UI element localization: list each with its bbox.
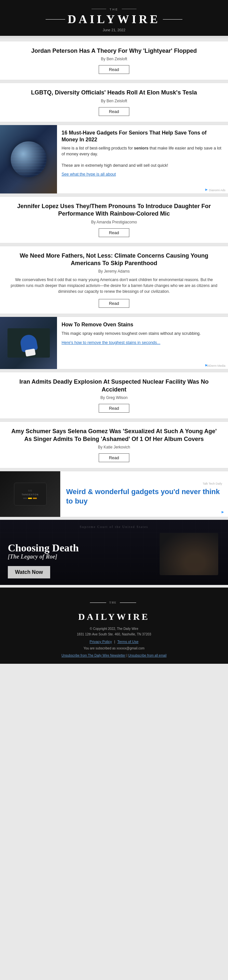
ad-banner-gadgets: SS TANGEXTON Talk Tech Daily Weird & won…: [0, 471, 228, 517]
article-card-2: LGBTQ, Diversity Officials' Heads Roll A…: [0, 83, 228, 122]
site-header: THE DAILYWIRE June 21, 2022: [0, 0, 228, 36]
footer-unsubscribe: Unsubscribe from The Daily Wire Newslett…: [10, 654, 218, 657]
ad-oven-image: [0, 317, 57, 369]
ad-oven-content: How To Remove Oven Stains This magic spr…: [57, 317, 228, 369]
ad-banner-content: Talk Tech Daily Weird & wonderful gadget…: [60, 471, 228, 517]
ad-banner-image: SS TANGEXTON: [0, 471, 60, 517]
gadget-sphere-shape: [11, 142, 46, 177]
article-2-title: LGBTQ, Diversity Officials' Heads Roll A…: [10, 89, 218, 96]
header-line-left: [91, 9, 106, 9]
article-4-title: We Need More Fathers, Not Less: Climate …: [10, 252, 218, 267]
ad-oven-title: How To Remove Oven Stains: [62, 321, 223, 328]
footer-logo: THE: [10, 597, 218, 608]
ad-oven-arrow: ►: [204, 363, 209, 368]
article-2-author: By Ben Zeisloft: [10, 99, 218, 103]
article-4-excerpt: We conservatives find it odd that so man…: [10, 277, 218, 294]
article-card-5: Iran Admits Deadly Explosion At Suspecte…: [0, 372, 228, 419]
ad-gadgets-label: Dianomi Ads: [209, 189, 225, 192]
article-5-title: Iran Admits Deadly Explosion At Suspecte…: [10, 378, 218, 393]
promo-bg-text: Supreme Court of the United States: [0, 525, 228, 528]
article-6-author: By Katie Jerkovich: [10, 445, 218, 449]
ad-card-oven: How To Remove Oven Stains This magic spr…: [0, 317, 228, 369]
article-5-read-button[interactable]: Read: [99, 404, 129, 413]
ad-gadgets-title: 16 Must-Have Gadgets For Seniors That He…: [62, 130, 223, 143]
article-card-1: Jordan Peterson Has A Theory For Why 'Li…: [0, 41, 228, 80]
port-1: [23, 498, 27, 499]
promo-content: Choosing Death [The Legacy of Roe] Watch…: [8, 542, 220, 578]
footer-links: Privacy Policy | Terms of Use: [10, 640, 218, 644]
site-name: DAILYWIRE: [68, 13, 161, 26]
article-3-read-button[interactable]: Read: [99, 228, 129, 237]
unsub-all-link[interactable]: Unsubscribe from all email: [128, 654, 166, 657]
unsub-newsletter-link[interactable]: Unsubscribe from The Daily Wire Newslett…: [62, 654, 126, 657]
ad-gadgets-link[interactable]: See what the hype is all about: [62, 172, 116, 177]
oven-inner-shape: [8, 328, 50, 358]
ad-gadgets-body: Here is a list of best-selling products …: [62, 146, 223, 169]
article-1-author: By Ben Zeisloft: [10, 57, 218, 61]
glove-shape: [19, 334, 38, 352]
privacy-policy-link[interactable]: Privacy Policy: [89, 640, 112, 644]
header-line-right: [122, 9, 137, 9]
footer-line-left: [90, 603, 106, 603]
article-6-title: Amy Schumer Says Selena Gomez Was 'Sexua…: [10, 428, 218, 443]
router-shape: SS TANGEXTON: [14, 483, 46, 506]
ad-oven-body: This magic spray easily removes toughest…: [62, 331, 223, 337]
article-card-6: Amy Schumer Says Selena Gomez Was 'Sexua…: [0, 422, 228, 468]
publication-date: June 21, 2022: [3, 28, 225, 32]
footer-subscribed: You are subscribed as xxxxxx@gmail.com: [10, 646, 218, 651]
ad-banner-arrow: ►: [221, 510, 225, 514]
router-brand-bottom: TANGEXTON: [22, 493, 39, 496]
terms-of-use-link[interactable]: Terms of Use: [117, 640, 139, 644]
article-5-author: By Greg Wilson: [10, 395, 218, 400]
ad-oven-link[interactable]: Here's how to remove the toughest stains…: [62, 340, 160, 345]
ad-gadgets-image: [0, 125, 57, 194]
article-6-read-button[interactable]: Read: [99, 453, 129, 462]
footer-copyright: © Copyright 2022, The Daily Wire 1831 12…: [10, 626, 218, 637]
ad-banner-title[interactable]: Weird & wonderful gadgets you'd never th…: [66, 487, 222, 506]
ad-oven-label: DiDerm Media: [207, 364, 225, 368]
ad-gadgets-arrow: ►: [204, 187, 209, 192]
article-1-read-button[interactable]: Read: [99, 65, 129, 74]
header-the: THE: [110, 8, 118, 11]
article-card-4: We Need More Fathers, Not Less: Climate …: [0, 246, 228, 314]
article-2-read-button[interactable]: Read: [99, 107, 129, 116]
footer-the: THE: [110, 601, 117, 604]
article-3-author: By Amanda Prestigiacomo: [10, 220, 218, 224]
site-footer: THE DAILYWIRE © Copyright 2022, The Dail…: [0, 587, 228, 664]
sponge-shape: [25, 348, 35, 356]
article-4-read-button[interactable]: Read: [99, 299, 129, 308]
ad-card-gadgets: 16 Must-Have Gadgets For Seniors That He…: [0, 125, 228, 194]
article-1-title: Jordan Peterson Has A Theory For Why 'Li…: [10, 47, 218, 55]
ad-gadgets-content: 16 Must-Have Gadgets For Seniors That He…: [57, 125, 228, 194]
divider-1: [0, 36, 228, 38]
ad-banner-label: Talk Tech Daily: [66, 482, 222, 485]
port-2: [28, 498, 32, 499]
article-3-title: Jennifer Lopez Uses They/Them Pronouns T…: [10, 202, 218, 218]
port-3: [33, 498, 37, 499]
footer-line-right: [120, 603, 136, 603]
site-title: DAILYWIRE: [3, 13, 225, 26]
promo-card: Supreme Court of the United States Choos…: [0, 520, 228, 585]
footer-title: DAILYWIRE: [10, 612, 218, 622]
router-brand-top: SS: [22, 489, 39, 492]
article-4-author: By Jeremy Adams: [10, 269, 218, 274]
watch-now-button[interactable]: Watch Now: [8, 566, 50, 578]
article-card-3: Jennifer Lopez Uses They/Them Pronouns T…: [0, 196, 228, 243]
promo-title: Choosing Death [The Legacy of Roe]: [8, 542, 220, 560]
